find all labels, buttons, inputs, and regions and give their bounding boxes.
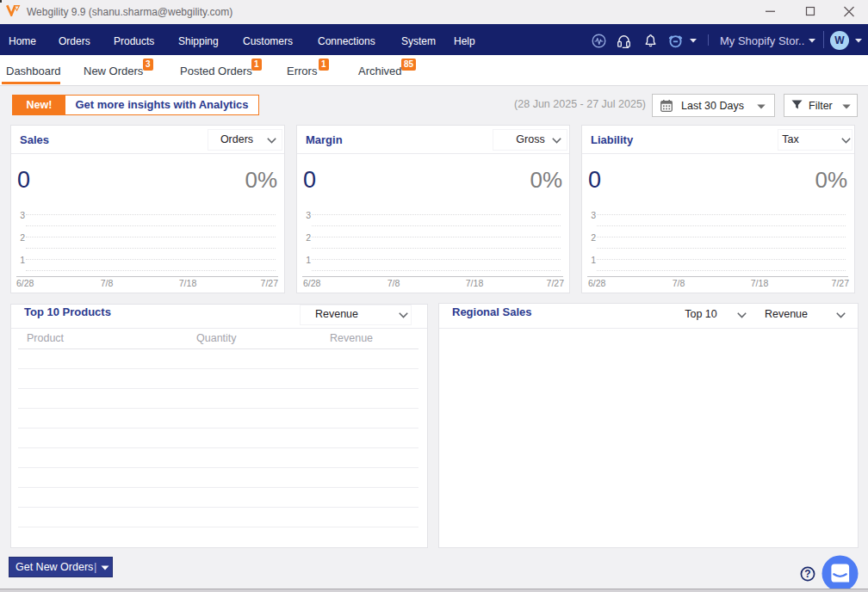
svg-text:?: ? [804,568,810,580]
